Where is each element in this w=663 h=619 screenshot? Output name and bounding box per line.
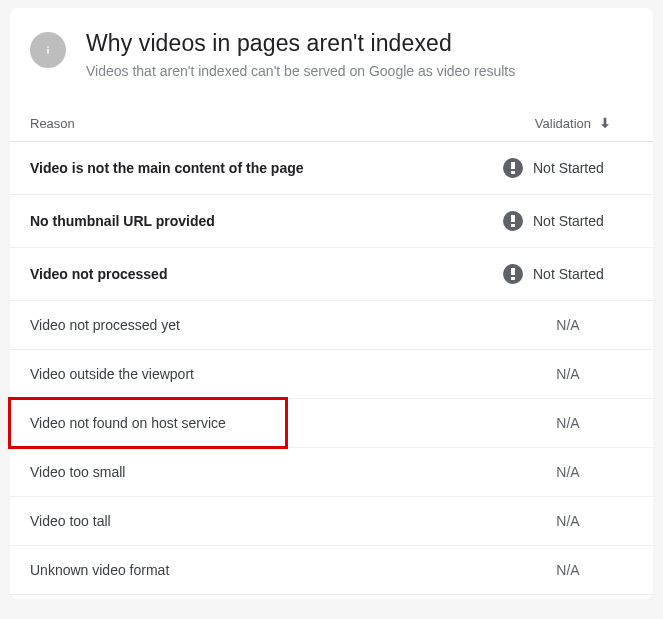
table-row[interactable]: No thumbnail URL providedNot Started (10, 195, 653, 248)
reason-cell: No thumbnail URL provided (30, 213, 215, 229)
header-text: Why videos in pages aren't indexed Video… (86, 30, 515, 79)
svg-rect-2 (511, 215, 515, 222)
exclamation-icon (503, 211, 523, 231)
reason-cell: Video outside the viewport (30, 366, 194, 382)
column-header-validation[interactable]: Validation (535, 115, 613, 131)
table-header: Reason Validation (10, 89, 653, 142)
svg-rect-1 (511, 171, 515, 174)
table-body: Video is not the main content of the pag… (10, 142, 653, 595)
exclamation-icon (503, 158, 523, 178)
reason-cell: Video not processed (30, 266, 167, 282)
table-row[interactable]: Video not processed yetN/A (10, 301, 653, 350)
validation-label: Not Started (533, 160, 604, 176)
svg-rect-3 (511, 224, 515, 227)
column-header-reason[interactable]: Reason (30, 116, 75, 131)
svg-rect-4 (511, 268, 515, 275)
reason-cell: Video not processed yet (30, 317, 180, 333)
table-row[interactable]: Video is not the main content of the pag… (10, 142, 653, 195)
validation-label: N/A (556, 513, 579, 529)
reason-cell: Video too tall (30, 513, 111, 529)
report-card: Why videos in pages aren't indexed Video… (10, 8, 653, 599)
reason-cell: Video is not the main content of the pag… (30, 160, 304, 176)
table-row[interactable]: Video not processedNot Started (10, 248, 653, 301)
info-icon (30, 32, 66, 68)
validation-cell: Not Started (503, 211, 633, 231)
validation-cell: N/A (503, 366, 633, 382)
validation-label: N/A (556, 464, 579, 480)
table-row[interactable]: Video too tallN/A (10, 497, 653, 546)
svg-rect-5 (511, 277, 515, 280)
column-header-validation-label: Validation (535, 116, 591, 131)
validation-cell: Not Started (503, 158, 633, 178)
svg-rect-0 (511, 162, 515, 169)
sort-down-icon (597, 115, 613, 131)
table-row[interactable]: Unknown video formatN/A (10, 546, 653, 595)
validation-label: N/A (556, 317, 579, 333)
exclamation-icon (503, 264, 523, 284)
card-title: Why videos in pages aren't indexed (86, 30, 515, 57)
reason-cell: Unknown video format (30, 562, 169, 578)
table-row[interactable]: Video not found on host serviceN/A (10, 399, 653, 448)
validation-cell: N/A (503, 513, 633, 529)
validation-label: Not Started (533, 213, 604, 229)
validation-label: N/A (556, 562, 579, 578)
validation-cell: N/A (503, 415, 633, 431)
validation-cell: N/A (503, 464, 633, 480)
table-row[interactable]: Video too smallN/A (10, 448, 653, 497)
card-subtitle: Videos that aren't indexed can't be serv… (86, 63, 515, 79)
reason-cell: Video too small (30, 464, 125, 480)
reason-cell: Video not found on host service (30, 415, 226, 431)
table-row[interactable]: Video outside the viewportN/A (10, 350, 653, 399)
card-header: Why videos in pages aren't indexed Video… (10, 8, 653, 89)
validation-cell: Not Started (503, 264, 633, 284)
validation-cell: N/A (503, 562, 633, 578)
validation-cell: N/A (503, 317, 633, 333)
validation-label: N/A (556, 366, 579, 382)
validation-label: N/A (556, 415, 579, 431)
validation-label: Not Started (533, 266, 604, 282)
